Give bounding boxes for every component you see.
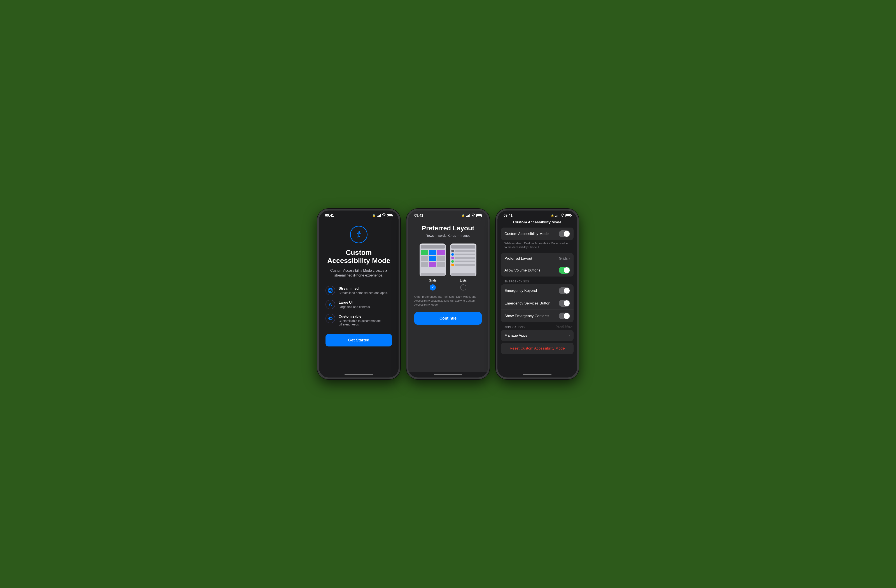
settings-group-layout: Preferred Layout Grids › Allow Volume Bu…: [501, 253, 574, 277]
wifi-icon-1: [382, 214, 386, 217]
svg-point-8: [329, 318, 330, 319]
manage-apps-label: Manage Apps: [504, 333, 569, 338]
screen2-footnote: Other preferences like Text Size, Dark M…: [414, 295, 482, 307]
cam-toggle[interactable]: [559, 230, 570, 237]
home-indicator-2: [434, 374, 462, 375]
feature-desc-streamlined: Streamlined home screen and apps.: [338, 291, 388, 295]
allow-volume-toggle[interactable]: [559, 267, 570, 273]
battery-icon-1: [387, 214, 392, 217]
reset-row[interactable]: Reset Custom Accessibility Mode: [501, 343, 574, 354]
accessibility-icon: [350, 226, 367, 243]
preferred-layout-value: Grids: [559, 257, 568, 261]
status-bar-2: 09:41 🔒: [408, 211, 488, 219]
status-time-1: 09:41: [325, 214, 334, 217]
lists-radio[interactable]: [460, 284, 466, 290]
feature-title-customizable: Customizable: [338, 315, 392, 319]
status-bar-3: 09:41 🔒: [497, 211, 577, 219]
phone-2: 09:41 🔒 Preferred Layout Rows = words, G…: [407, 209, 489, 379]
status-icons-3: 🔒: [551, 214, 571, 217]
screen3-content: Custom Accessibility Mode Custom Accessi…: [497, 219, 577, 372]
grids-preview: [419, 243, 446, 276]
reset-section: Reset Custom Accessibility Mode: [501, 343, 574, 354]
cam-footnote: While enabled, Custom Accessibility Mode…: [501, 240, 574, 251]
settings-group-applications: Manage Apps ›: [501, 330, 574, 341]
battery-icon-3: [565, 214, 571, 217]
grids-radio[interactable]: [430, 284, 436, 290]
home-indicator-1: [344, 374, 373, 375]
signal-icon-1: [377, 214, 381, 217]
svg-rect-3: [331, 289, 332, 290]
feature-title-streamlined: Streamlined: [338, 287, 388, 290]
preferred-layout-row[interactable]: Preferred Layout Grids ›: [501, 253, 574, 264]
section-cam: Custom Accessibility Mode While enabled,…: [501, 228, 574, 251]
feature-icon-streamlined: [326, 286, 335, 295]
show-emergency-contacts-toggle[interactable]: [559, 313, 570, 319]
svg-rect-2: [329, 289, 330, 290]
emergency-services-row: Emergency Services Button: [501, 297, 574, 310]
layout-options: Grids: [419, 243, 477, 290]
chevron-layout-icon: ›: [569, 257, 570, 260]
status-time-2: 09:41: [414, 214, 423, 217]
screen2-wrapper: Preferred Layout Rows = words, Grids = i…: [408, 219, 488, 372]
feature-customizable: Customizable Customizable to accommodate…: [326, 314, 392, 326]
feature-large-ui: A Large UI Large text and controls.: [326, 300, 392, 309]
home-indicator-3: [523, 374, 552, 375]
allow-volume-row: Allow Volume Buttons: [501, 264, 574, 277]
feature-streamlined: Streamlined Streamlined home screen and …: [326, 286, 392, 295]
emergency-keypad-row: Emergency Keypad: [501, 284, 574, 297]
accessibility-person-svg: [354, 230, 363, 239]
emergency-keypad-label: Emergency Keypad: [504, 289, 559, 293]
emergency-section-header: EMERGENCY SOS: [501, 278, 574, 284]
status-icons-2: 🔒: [462, 214, 482, 217]
preferred-layout-label: Preferred Layout: [504, 257, 559, 261]
signal-icon-3: [555, 214, 559, 217]
phone-3: 09:41 🔒 Custom Accessibility Mode Custom…: [496, 209, 579, 379]
layout-lists-option[interactable]: Lists: [450, 243, 477, 290]
screen1-subtitle: Custom Accessibility Mode creates a stre…: [326, 268, 392, 278]
svg-rect-6: [329, 292, 331, 292]
settings-group-emergency: Emergency Keypad Emergency Services Butt…: [501, 284, 574, 322]
lock-icon-3: 🔒: [551, 214, 554, 217]
reset-label: Reset Custom Accessibility Mode: [510, 346, 565, 351]
phone-1: 09:41 🔒: [317, 209, 400, 379]
screen3-nav-title: Custom Accessibility Mode: [497, 219, 577, 228]
svg-rect-4: [331, 290, 332, 290]
chevron-apps-icon: ›: [569, 334, 570, 337]
feature-desc-large-ui: Large text and controls.: [338, 305, 370, 308]
show-emergency-contacts-row: Show Emergency Contacts: [501, 310, 574, 322]
screen2-subtitle: Rows = words, Grids = images: [426, 234, 470, 237]
section-layout: Preferred Layout Grids › Allow Volume Bu…: [501, 253, 574, 277]
feature-desc-customizable: Customizable to accommodate different ne…: [338, 319, 392, 326]
svg-rect-5: [329, 291, 332, 291]
continue-button[interactable]: Continue: [414, 312, 482, 325]
cam-label: Custom Accessibility Mode: [504, 232, 559, 236]
wifi-icon-2: [471, 214, 475, 217]
svg-point-0: [358, 231, 360, 233]
grids-label: Grids: [429, 278, 437, 282]
screen2-main: Preferred Layout Rows = words, Grids = i…: [408, 219, 488, 372]
signal-icon-2: [466, 214, 470, 217]
emergency-keypad-toggle[interactable]: [559, 287, 570, 294]
layout-grids-option[interactable]: Grids: [419, 243, 446, 290]
section-emergency: EMERGENCY SOS Emergency Keypad Emergency…: [501, 278, 574, 322]
feature-list: Streamlined Streamlined home screen and …: [326, 286, 392, 326]
settings-group-cam: Custom Accessibility Mode: [501, 228, 574, 240]
screen1-main: Custom Accessibility Mode Custom Accessi…: [319, 219, 399, 372]
screen2-title: Preferred Layout: [422, 225, 474, 232]
allow-volume-label: Allow Volume Buttons: [504, 268, 559, 273]
manage-apps-row[interactable]: Manage Apps ›: [501, 330, 574, 341]
status-time-3: 09:41: [504, 214, 512, 217]
get-started-button[interactable]: Get Started: [326, 334, 392, 346]
emergency-services-label: Emergency Services Button: [504, 301, 559, 305]
feature-icon-large-ui: A: [326, 300, 335, 309]
battery-icon-2: [476, 214, 482, 217]
status-icons-1: 🔒: [372, 214, 392, 217]
feature-icon-customizable: [326, 314, 335, 323]
cam-row: Custom Accessibility Mode: [501, 228, 574, 240]
lock-icon-2: 🔒: [462, 214, 465, 217]
show-emergency-contacts-label: Show Emergency Contacts: [504, 314, 559, 318]
screen1-bottom: Get Started: [326, 334, 392, 346]
feature-title-large-ui: Large UI: [338, 301, 370, 304]
wifi-icon-3: [561, 214, 564, 217]
emergency-services-toggle[interactable]: [559, 300, 570, 307]
